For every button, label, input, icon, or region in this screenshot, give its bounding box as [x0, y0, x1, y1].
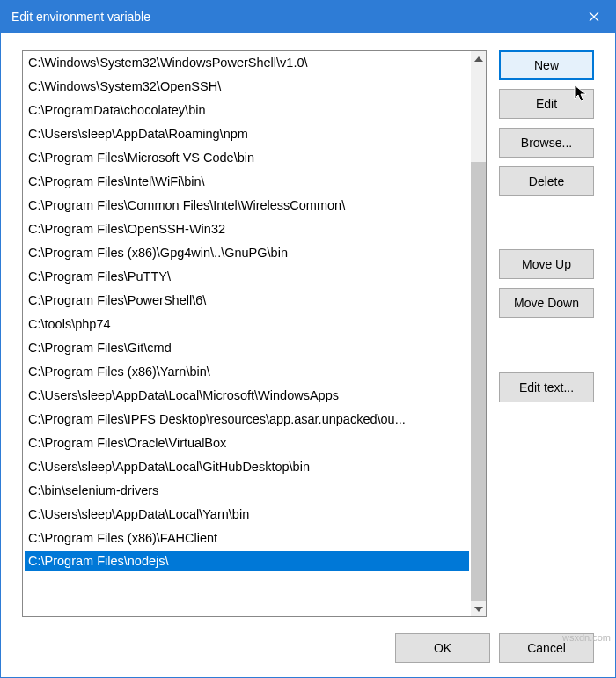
new-button[interactable]: New	[499, 50, 594, 80]
main-area: C:\Windows\System32\WindowsPowerShell\v1…	[22, 50, 594, 617]
dialog-window: Edit environment variable C:\Windows\Sys…	[0, 0, 616, 678]
watermark: wsxdn.com	[562, 632, 611, 643]
list-item[interactable]: C:\Program Files\PowerShell\6\	[23, 289, 471, 313]
list-item[interactable]: C:\Users\sleep\AppData\Local\GitHubDeskt…	[23, 455, 471, 479]
path-listbox[interactable]: C:\Windows\System32\WindowsPowerShell\v1…	[22, 50, 487, 617]
titlebar: Edit environment variable	[1, 1, 615, 33]
close-icon	[589, 11, 599, 22]
list-item[interactable]: C:\Program Files (x86)\FAHClient	[23, 527, 471, 550]
list-item[interactable]: C:\Users\sleep\AppData\Roaming\npm	[23, 122, 471, 146]
edit-button[interactable]: Edit	[499, 89, 594, 119]
close-button[interactable]	[573, 1, 615, 33]
move-down-button[interactable]: Move Down	[499, 288, 594, 318]
list-item[interactable]: C:\Program Files\IPFS Desktop\resources\…	[23, 408, 471, 431]
list-item[interactable]: C:\bin\selenium-drivers	[23, 479, 471, 503]
list-item-editing[interactable]	[25, 551, 469, 571]
list-item[interactable]: C:\Program Files (x86)\Gpg4win\..\GnuPG\…	[23, 241, 471, 265]
list-item[interactable]: C:\Program Files\OpenSSH-Win32	[23, 217, 471, 241]
scroll-up-arrow[interactable]	[471, 51, 486, 66]
dialog-content: C:\Windows\System32\WindowsPowerShell\v1…	[1, 33, 615, 677]
scroll-track[interactable]	[471, 66, 486, 601]
list-item[interactable]: C:\Windows\System32\OpenSSH\	[23, 75, 471, 99]
list-item[interactable]: C:\tools\php74	[23, 313, 471, 336]
delete-button[interactable]: Delete	[499, 166, 594, 196]
move-up-button[interactable]: Move Up	[499, 249, 594, 279]
browse-button[interactable]: Browse...	[499, 128, 594, 158]
side-button-column: New Edit Browse... Delete Move Up Move D…	[499, 50, 594, 617]
window-title: Edit environment variable	[11, 10, 573, 24]
list-item[interactable]: C:\Program Files\Oracle\VirtualBox	[23, 431, 471, 455]
dialog-footer: OK Cancel	[22, 633, 594, 663]
list-item[interactable]: C:\Program Files\PuTTY\	[23, 265, 471, 289]
list-item[interactable]: C:\Program Files (x86)\Yarn\bin\	[23, 360, 471, 384]
list-item[interactable]: C:\Users\sleep\AppData\Local\Microsoft\W…	[23, 384, 471, 408]
path-edit-input[interactable]	[25, 551, 469, 571]
scrollbar[interactable]	[471, 51, 486, 616]
list-item[interactable]: C:\Program Files\Microsoft VS Code\bin	[23, 146, 471, 170]
list-item[interactable]: C:\ProgramData\chocolatey\bin	[23, 99, 471, 122]
scroll-down-arrow[interactable]	[471, 601, 486, 616]
spacer	[499, 327, 594, 364]
edit-text-button[interactable]: Edit text...	[499, 372, 594, 402]
list-item[interactable]: C:\Windows\System32\WindowsPowerShell\v1…	[23, 51, 471, 75]
list-item[interactable]: C:\Program Files\Git\cmd	[23, 336, 471, 360]
list-item[interactable]: C:\Program Files\Intel\WiFi\bin\	[23, 170, 471, 194]
spacer	[499, 205, 594, 240]
list-item[interactable]: C:\Program Files\Common Files\Intel\Wire…	[23, 194, 471, 217]
list-item[interactable]: C:\Users\sleep\AppData\Local\Yarn\bin	[23, 503, 471, 527]
scroll-thumb[interactable]	[471, 162, 486, 601]
ok-button[interactable]: OK	[395, 633, 490, 663]
